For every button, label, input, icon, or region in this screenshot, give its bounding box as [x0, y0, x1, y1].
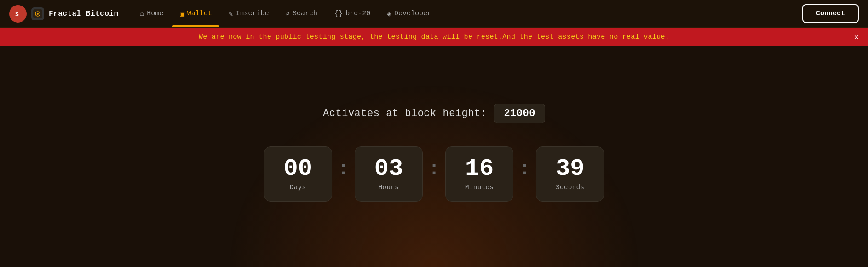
developer-icon: ◈ [387, 9, 391, 18]
separator-2: : [423, 158, 445, 180]
home-icon: ⌂ [140, 10, 144, 18]
nav-item-wallet-label: Wallet [187, 10, 212, 17]
inscribe-icon: ✎ [229, 9, 233, 18]
nav-item-wallet[interactable]: ▣ Wallet [172, 6, 219, 22]
nav-item-developer-label: Developer [394, 10, 431, 17]
nav-item-brc20[interactable]: {} brc-20 [327, 6, 378, 22]
nav-item-home-label: Home [147, 10, 163, 17]
brc20-icon: {} [334, 10, 343, 18]
activation-label: Activates at block height: 21000 [323, 104, 545, 123]
brand-name: Fractal Bitcoin [49, 10, 119, 18]
banner-message: We are now in the public testing stage, … [199, 33, 669, 41]
minutes-value: 16 [465, 157, 494, 181]
minutes-label: Minutes [465, 184, 494, 191]
svg-text:S: S [15, 11, 19, 18]
logo-icon: S [9, 5, 27, 23]
fractal-sub-icon [31, 7, 44, 20]
seconds-label: Seconds [556, 184, 584, 191]
activation-text: Activates at block height: [323, 108, 487, 119]
connect-button[interactable]: Connect [802, 4, 859, 23]
countdown-days: 00 Days [264, 146, 332, 202]
separator-3: : [513, 158, 536, 180]
nav-items: ⌂ Home ▣ Wallet ✎ Inscribe ⌕ Search {} b… [132, 6, 802, 22]
nav-item-developer[interactable]: ◈ Developer [379, 6, 439, 22]
days-label: Days [290, 184, 306, 191]
search-icon: ⌕ [285, 9, 290, 18]
nav-item-inscribe[interactable]: ✎ Inscribe [221, 6, 276, 22]
svg-point-3 [37, 13, 39, 15]
countdown-minutes: 16 Minutes [445, 146, 513, 202]
nav-item-inscribe-label: Inscribe [236, 10, 269, 17]
countdown-seconds: 39 Seconds [536, 146, 604, 202]
countdown-hours: 03 Hours [355, 146, 423, 202]
nav-item-search[interactable]: ⌕ Search [278, 6, 325, 22]
banner-close-button[interactable]: × [854, 33, 859, 41]
logo-area: S Fractal Bitcoin [9, 5, 119, 23]
navbar: S Fractal Bitcoin ⌂ Home ▣ Wallet ✎ Insc… [0, 0, 868, 28]
hours-value: 03 [374, 157, 403, 181]
nav-item-brc20-label: brc-20 [345, 10, 370, 17]
hours-label: Hours [379, 184, 399, 191]
nav-item-home[interactable]: ⌂ Home [132, 6, 171, 22]
wallet-icon: ▣ [180, 9, 184, 18]
separator-1: : [332, 158, 355, 180]
days-value: 00 [283, 157, 312, 181]
countdown-timer: 00 Days : 03 Hours : 16 Minutes : 39 Sec… [264, 146, 604, 202]
nav-item-search-label: Search [293, 10, 317, 17]
announcement-banner: We are now in the public testing stage, … [0, 28, 868, 46]
seconds-value: 39 [556, 157, 584, 181]
main-content: Activates at block height: 21000 00 Days… [0, 46, 868, 258]
block-height-badge: 21000 [494, 104, 545, 123]
